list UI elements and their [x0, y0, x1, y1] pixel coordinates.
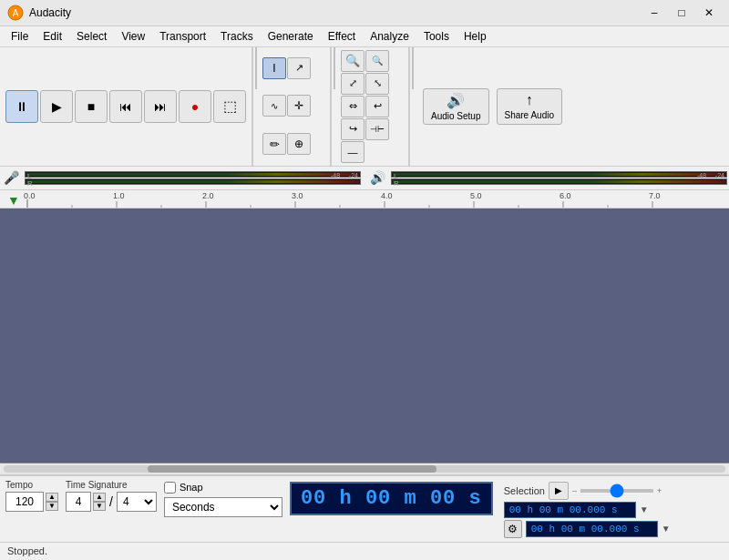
- pause-button[interactable]: ⏸: [5, 90, 38, 123]
- toolbar-divider-2: [334, 47, 335, 89]
- redo-button[interactable]: ↪: [341, 118, 364, 140]
- svg-text:5.0: 5.0: [470, 191, 482, 200]
- selection-tool[interactable]: I: [262, 57, 286, 79]
- share-toolbar: 🔊 Audio Setup ↑ Share Audio: [416, 47, 570, 166]
- stop-button[interactable]: ■: [75, 90, 108, 123]
- menu-help[interactable]: Help: [457, 28, 494, 45]
- svg-text:0.0: 0.0: [24, 191, 36, 200]
- trim-button[interactable]: ⊣⊢: [365, 118, 389, 140]
- skip-start-button[interactable]: ⏮: [109, 90, 142, 123]
- menu-tracks[interactable]: Tracks: [213, 28, 261, 45]
- toolbar-divider-3: [412, 47, 414, 89]
- silence-button[interactable]: —: [341, 141, 364, 163]
- pencil-tool[interactable]: ✏: [262, 133, 286, 155]
- tempo-input[interactable]: [5, 492, 44, 512]
- menu-generate[interactable]: Generate: [261, 28, 321, 45]
- snap-unit-select[interactable]: Seconds Milliseconds Samples Beats Bars: [164, 497, 282, 517]
- snap-group: Snap Seconds Milliseconds Samples Beats …: [164, 482, 282, 517]
- sel-dropdown-icon[interactable]: ▼: [640, 504, 649, 514]
- menu-view[interactable]: View: [114, 28, 152, 45]
- zoom-in-button[interactable]: 🔍: [341, 50, 364, 72]
- big-time-display: 00 h 00 m 00 s: [290, 482, 493, 515]
- time-sig-slash: /: [109, 494, 113, 509]
- multi-tool[interactable]: ✛: [287, 95, 311, 117]
- time-sig-denominator[interactable]: 4 2 8 16: [117, 492, 157, 512]
- skip-end-button[interactable]: ⏭: [144, 90, 177, 123]
- snap-checkbox[interactable]: [164, 482, 176, 494]
- track-area[interactable]: [0, 209, 729, 463]
- menu-transport[interactable]: Transport: [152, 28, 213, 45]
- zoom-toggle-button[interactable]: ⇔: [341, 96, 364, 117]
- menu-file[interactable]: File: [4, 28, 36, 45]
- selection-area: Selection ▶ – + 00 h 00 m 00.000 s ▼ ⚙ 0…: [504, 482, 671, 538]
- zoom-out-button[interactable]: 🔍: [365, 50, 389, 72]
- fit-project-button[interactable]: ⤡: [365, 73, 389, 95]
- zoom-toolbar: 🔍 🔍 ⤢ ⤡ ⇔ ↩ ↪ ⊣⊢ —: [337, 47, 410, 166]
- toolbar-divider-1: [255, 47, 257, 89]
- time-sig-numerator[interactable]: [66, 492, 91, 512]
- menu-tools[interactable]: Tools: [416, 28, 457, 45]
- snap-label[interactable]: Snap: [180, 482, 203, 493]
- tempo-group: Tempo ▲ ▼: [5, 480, 58, 512]
- audio-setup-label: Audio Setup: [431, 111, 481, 121]
- envelope-tool[interactable]: ∿: [262, 95, 286, 117]
- undo-button[interactable]: ↩: [365, 96, 389, 117]
- bottom-controls: Tempo ▲ ▼ Time Signature ▲ ▼ / 4: [0, 475, 729, 542]
- sel-time-end: 00 h 00 m 00.000 s: [526, 521, 658, 537]
- time-signature-group: Time Signature ▲ ▼ / 4 2 8 16: [66, 480, 157, 512]
- close-button[interactable]: ✕: [696, 4, 722, 22]
- sel-end-dropdown-icon[interactable]: ▼: [662, 524, 671, 534]
- share-audio-label: Share Audio: [505, 110, 555, 120]
- menubar: File Edit Select View Transport Tracks G…: [0, 26, 729, 46]
- tempo-down[interactable]: ▼: [46, 502, 58, 511]
- speaker-icon[interactable]: 🔊: [370, 170, 385, 185]
- horizontal-scrollbar[interactable]: [0, 463, 729, 475]
- timeline-ruler[interactable]: ▼ 0.0 1.0 2.0 3.0 4.0 5.0 6.0 7.0: [0, 190, 729, 209]
- svg-text:7.0: 7.0: [649, 191, 661, 200]
- menu-effect[interactable]: Effect: [321, 28, 363, 45]
- selection-gear-button[interactable]: ⚙: [504, 520, 522, 538]
- svg-text:3.0: 3.0: [292, 191, 303, 200]
- fit-selection-button[interactable]: ⤢: [341, 73, 364, 95]
- tempo-label: Tempo: [5, 480, 58, 490]
- menu-edit[interactable]: Edit: [36, 28, 69, 45]
- menu-select[interactable]: Select: [69, 28, 114, 45]
- share-audio-icon: ↑: [526, 92, 533, 108]
- tempo-up[interactable]: ▲: [46, 493, 58, 502]
- speed-min-label: –: [572, 486, 577, 495]
- tools-toolbar: I ↗ ∿ ✛ ✏ ⊕: [259, 47, 332, 166]
- svg-text:6.0: 6.0: [560, 191, 571, 200]
- minimize-button[interactable]: –: [642, 4, 667, 22]
- app-icon: A: [7, 5, 24, 21]
- speed-max-label: +: [657, 486, 662, 495]
- svg-text:2.0: 2.0: [202, 191, 214, 200]
- scrollbar-thumb[interactable]: [148, 465, 436, 473]
- time-sig-label: Time Signature: [66, 480, 157, 490]
- zoom-tool[interactable]: ⊕: [287, 133, 311, 155]
- svg-text:1.0: 1.0: [113, 191, 125, 200]
- audio-setup-icon: 🔊: [447, 92, 465, 109]
- record-button[interactable]: ●: [179, 90, 211, 123]
- mic-icon[interactable]: 🎤: [4, 170, 19, 185]
- share-audio-button[interactable]: ↑ Share Audio: [497, 88, 563, 125]
- ruler-svg: 0.0 1.0 2.0 3.0 4.0 5.0 6.0 7.0: [0, 190, 729, 209]
- sel-time-start: 00 h 00 m 00.000 s: [504, 502, 636, 518]
- ts-num-up[interactable]: ▲: [93, 493, 106, 502]
- maximize-button[interactable]: □: [669, 4, 694, 22]
- selection-label: Selection: [504, 485, 545, 496]
- big-time-value: 00 h 00 m 00 s: [301, 487, 482, 510]
- statusbar: Stopped.: [0, 542, 729, 560]
- loop-button[interactable]: ⬚: [213, 90, 246, 123]
- app-title: Audacity: [29, 6, 642, 19]
- speed-slider[interactable]: [580, 489, 653, 493]
- play-selection-button[interactable]: ▶: [549, 482, 569, 500]
- svg-text:4.0: 4.0: [381, 191, 393, 200]
- vu-meter-row: 🎤 L -48 -24 R 🔊 L -48 -24 R: [0, 167, 729, 190]
- menu-analyze[interactable]: Analyze: [363, 28, 416, 45]
- play-button[interactable]: ▶: [40, 90, 73, 123]
- draw-tool[interactable]: ↗: [287, 57, 311, 79]
- audio-setup-button[interactable]: 🔊 Audio Setup: [423, 88, 489, 125]
- ts-num-down[interactable]: ▼: [93, 502, 106, 511]
- svg-text:A: A: [13, 8, 19, 18]
- titlebar: A Audacity – □ ✕: [0, 0, 729, 26]
